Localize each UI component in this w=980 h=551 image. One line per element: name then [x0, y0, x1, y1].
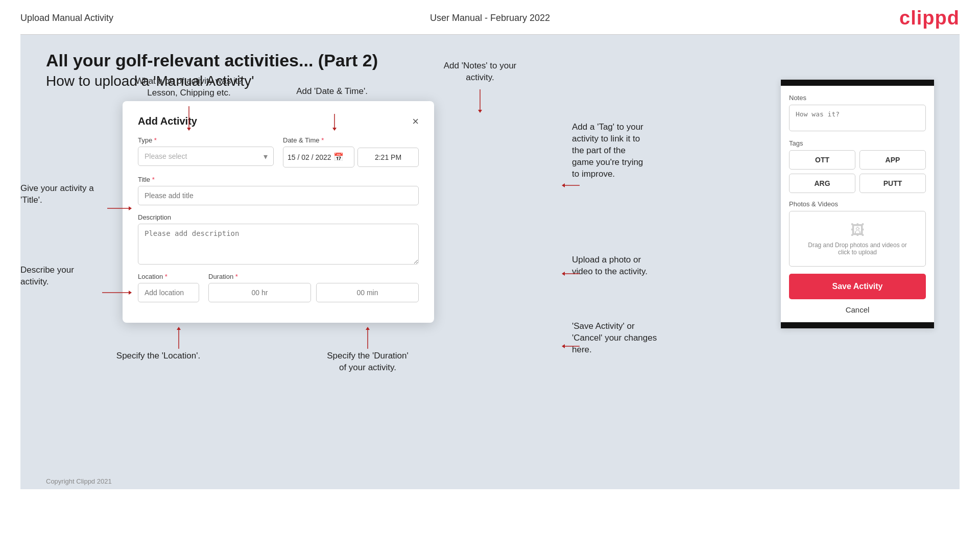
type-select-wrapper[interactable]: Please select ▾ [138, 147, 274, 166]
photos-label: Photos & Videos [789, 200, 926, 208]
duration-minutes-input[interactable] [316, 283, 419, 302]
date-input[interactable]: 15 / 02 / 2022 📅 [283, 147, 354, 167]
tags-section-label: Tags [789, 139, 926, 147]
description-input[interactable] [138, 224, 419, 265]
dialog-header: Add Activity × [138, 115, 419, 127]
location-label: Location * [138, 273, 199, 280]
photo-drop-zone[interactable]: 🖼 Drag and Drop photos and videos orclic… [789, 211, 926, 267]
photo-drop-text: Drag and Drop photos and videos orclick … [796, 242, 919, 256]
location-group: Location * [138, 273, 199, 302]
annotation-upload: Upload a photo orvideo to the activity. [572, 254, 689, 278]
photo-icon: 🖼 [796, 222, 919, 238]
annotation-describe: Describe youractivity. [20, 265, 107, 288]
close-button[interactable]: × [412, 116, 419, 127]
tag-arg[interactable]: ARG [789, 174, 855, 193]
calendar-icon: 📅 [333, 152, 344, 162]
description-group: Description [138, 213, 419, 265]
time-input[interactable]: 2:21 PM [357, 148, 419, 167]
page-title-left: Upload Manual Activity [20, 13, 113, 23]
title-group: Title * [138, 176, 419, 205]
location-duration-row: Location * Duration * [138, 273, 419, 302]
dialog-title: Add Activity [138, 115, 197, 127]
main-title: All your golf-relevant activities... (Pa… [46, 50, 934, 71]
datetime-group: Date & Time * 15 / 02 / 2022 📅 2:21 PM [283, 136, 419, 167]
annotation-save-cancel: 'Save Activity' or'Cancel' your changesh… [572, 321, 695, 356]
tag-app[interactable]: APP [859, 150, 926, 170]
annotation-tag: Add a 'Tag' to youractivity to link it t… [572, 122, 689, 180]
date-value: 15 / 02 / 2022 [288, 153, 331, 161]
copyright: Copyright Clippd 2021 [46, 477, 112, 485]
duration-inputs [208, 283, 419, 302]
tags-grid: OTT APP ARG PUTT [789, 150, 926, 193]
page-title-center: User Manual - February 2022 [430, 13, 550, 23]
annotation-location: Specify the 'Location'. [102, 350, 214, 362]
right-panel: Notes Tags OTT APP ARG PUTT Photos & Vid… [781, 80, 934, 328]
main-content: All your golf-relevant activities... (Pa… [20, 35, 960, 489]
save-activity-button[interactable]: Save Activity [789, 274, 926, 299]
type-label: Type * [138, 136, 274, 144]
duration-label: Duration * [208, 273, 419, 280]
datetime-label: Date & Time * [283, 136, 419, 144]
duration-group: Duration * [208, 273, 419, 302]
annotation-title: Give your activity a'Title'. [20, 183, 112, 206]
description-label: Description [138, 213, 419, 221]
type-datetime-row: Type * Please select ▾ Date & Time * [138, 136, 419, 167]
notes-section-label: Notes [789, 94, 926, 102]
tag-ott[interactable]: OTT [789, 150, 855, 170]
title-input[interactable] [138, 186, 419, 205]
tag-putt[interactable]: PUTT [859, 174, 926, 193]
date-time-inputs: 15 / 02 / 2022 📅 2:21 PM [283, 147, 419, 167]
logo: clippd [899, 7, 960, 29]
duration-hours-input[interactable] [208, 283, 311, 302]
top-bar: Upload Manual Activity User Manual - Feb… [0, 0, 980, 29]
panel-bottom-bar [781, 322, 934, 328]
photos-section: Photos & Videos 🖼 Drag and Drop photos a… [789, 200, 926, 267]
panel-content: Notes Tags OTT APP ARG PUTT Photos & Vid… [781, 86, 934, 322]
panel-top-bar [781, 80, 934, 86]
type-group: Type * Please select ▾ [138, 136, 274, 167]
notes-textarea[interactable] [789, 105, 926, 131]
type-select[interactable]: Please select [138, 147, 274, 166]
annotation-duration: Specify the 'Duration'of your activity. [296, 350, 439, 374]
cancel-link[interactable]: Cancel [789, 305, 926, 322]
location-input[interactable] [138, 283, 199, 302]
add-activity-dialog: Add Activity × Type * Please select ▾ [123, 101, 434, 323]
title-label: Title * [138, 176, 419, 183]
